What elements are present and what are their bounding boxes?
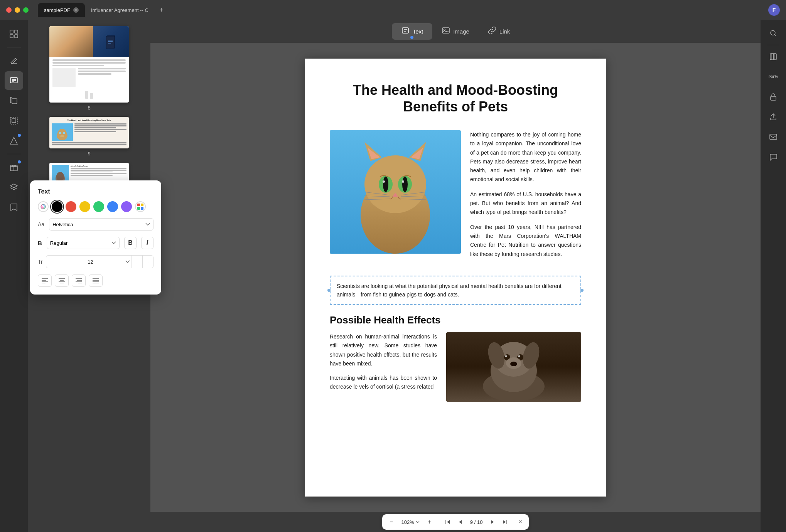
text-tool-button[interactable]: Text: [392, 23, 433, 40]
thumbnail-item-9[interactable]: The Health and Mood-Boosting Benefits of…: [49, 117, 129, 157]
left-sidebar: [0, 20, 28, 532]
tab-influencer[interactable]: Influencer Agreement -- C: [85, 3, 155, 17]
text-tool-dot: [410, 36, 413, 39]
close-button[interactable]: [6, 7, 12, 13]
bold-button[interactable]: B: [124, 237, 137, 249]
share-icon[interactable]: [765, 108, 782, 125]
page-last-button[interactable]: [499, 517, 510, 527]
thumb2-cat-img: [52, 123, 73, 141]
bottom-bar: − 102% +: [150, 512, 761, 532]
zoom-divider: [439, 518, 439, 526]
color-purple[interactable]: [121, 201, 132, 212]
maximize-button[interactable]: [23, 7, 29, 13]
page-close-button[interactable]: ×: [515, 517, 526, 527]
transform-icon[interactable]: [5, 111, 23, 130]
minimize-button[interactable]: [15, 7, 20, 13]
svg-point-26: [59, 132, 61, 134]
comment-icon[interactable]: [765, 148, 782, 165]
size-tr-label: Tr: [38, 259, 43, 265]
zoom-value[interactable]: 102%: [399, 519, 422, 525]
svg-point-25: [57, 129, 67, 140]
doc-highlighted-text[interactable]: Scientists are looking at what the poten…: [330, 276, 581, 305]
align-left-button[interactable]: [38, 274, 52, 287]
size-value: 12: [57, 257, 124, 267]
gift-icon[interactable]: [5, 158, 23, 177]
doc-scroll[interactable]: The Health and Mood-Boosting Benefits of…: [150, 43, 761, 512]
tabs: samplePDF × Influencer Agreement -- C +: [38, 3, 768, 17]
lock-icon[interactable]: [765, 88, 782, 105]
svg-marker-12: [10, 137, 17, 144]
size-plus-btn[interactable]: +: [142, 256, 153, 268]
text-panel-title: Text: [38, 188, 153, 195]
thumb2-content: [52, 123, 127, 141]
color-black[interactable]: [52, 201, 62, 212]
tab-samplepdf[interactable]: samplePDF ×: [38, 3, 85, 17]
page-first-button[interactable]: [442, 517, 453, 527]
svg-point-31: [56, 172, 64, 181]
zoom-controls: − 102% +: [382, 514, 529, 530]
tab-close-samplepdf[interactable]: ×: [73, 7, 79, 13]
color-more-button[interactable]: [135, 201, 146, 212]
traffic-lights: [6, 7, 29, 13]
color-yellow[interactable]: [79, 201, 90, 212]
thumbnail-card-8: [49, 26, 129, 103]
italic-button[interactable]: I: [141, 237, 153, 249]
image-tool-button[interactable]: Image: [432, 23, 479, 40]
zoom-out-button[interactable]: −: [385, 516, 398, 528]
user-avatar[interactable]: F: [768, 4, 780, 16]
size-row: Tr − 12 − +: [38, 255, 153, 268]
annotate-icon[interactable]: [5, 71, 23, 90]
page-num-8: 8: [88, 105, 90, 111]
copy-icon[interactable]: [5, 91, 23, 110]
align-center-button[interactable]: [55, 274, 69, 287]
text-panel: Text: [30, 180, 161, 295]
align-justify-button[interactable]: [89, 274, 103, 287]
doc-body2: Interacting with animals has been shown …: [330, 374, 437, 391]
link-tool-button[interactable]: Link: [479, 23, 520, 40]
titlebar: samplePDF × Influencer Agreement -- C + …: [0, 0, 786, 20]
svg-rect-53: [402, 28, 408, 33]
color-teal[interactable]: [93, 201, 104, 212]
page-prev-button[interactable]: [455, 517, 466, 527]
scan-icon[interactable]: [765, 48, 782, 65]
align-right-button[interactable]: [72, 274, 86, 287]
thumb-text-8: [49, 57, 129, 103]
bookmark-icon[interactable]: [5, 198, 23, 217]
page-next-button[interactable]: [487, 517, 498, 527]
right-sidebar: PDF/A: [761, 20, 786, 532]
layers-icon[interactable]: [5, 178, 23, 197]
pdfa-icon[interactable]: PDF/A: [765, 68, 782, 85]
right-divider-1: [767, 45, 779, 45]
search-icon[interactable]: [765, 25, 782, 42]
color-palette-button[interactable]: [38, 201, 49, 212]
font-select[interactable]: Helvetica: [49, 218, 153, 231]
font-aa-label: Aa: [38, 221, 44, 227]
thumbnails-icon[interactable]: [5, 25, 23, 43]
zoom-in-button[interactable]: +: [423, 516, 436, 528]
doc-toolbar: Text Image: [150, 20, 761, 43]
size-minus-button[interactable]: −: [46, 256, 57, 268]
svg-point-71: [402, 180, 404, 183]
color-blue[interactable]: [107, 201, 118, 212]
mail-icon[interactable]: [765, 128, 782, 145]
color-red[interactable]: [66, 201, 76, 212]
svg-line-95: [775, 35, 777, 37]
highlight-icon[interactable]: [5, 51, 23, 70]
weight-select[interactable]: Regular: [47, 237, 120, 249]
svg-point-87: [505, 355, 507, 357]
color-row: [38, 201, 153, 212]
svg-point-94: [771, 30, 775, 35]
thumbnail-item-8[interactable]: 8: [49, 26, 129, 111]
svg-rect-3: [15, 35, 18, 38]
svg-rect-17: [106, 36, 115, 49]
doc-title: The Health and Mood-Boosting Benefits of…: [330, 82, 581, 115]
widget-icon[interactable]: [5, 131, 23, 150]
thumbnail-card-9: The Health and Mood-Boosting Benefits of…: [49, 117, 129, 148]
size-minus-btn[interactable]: −: [132, 256, 142, 268]
add-tab-button[interactable]: +: [156, 5, 167, 15]
svg-rect-100: [771, 96, 776, 100]
size-input[interactable]: − 12 − +: [46, 255, 153, 268]
document-area: Text Image: [150, 20, 761, 532]
weight-b-label: B: [38, 240, 42, 246]
svg-rect-36: [141, 207, 143, 210]
